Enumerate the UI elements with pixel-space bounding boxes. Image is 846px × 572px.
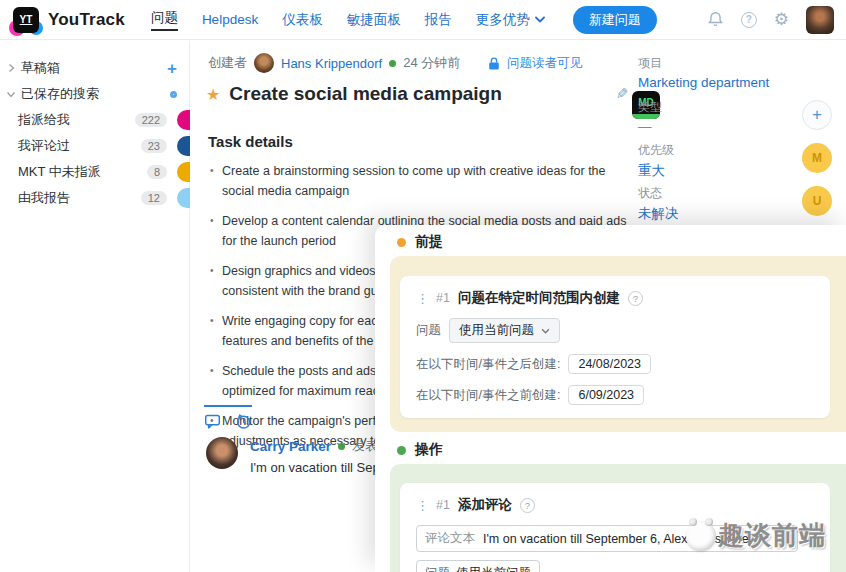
issue-meta-row: 创建者 Hans Krippendorf 24 分钟前 xyxy=(208,53,460,73)
brand-title: YouTrack xyxy=(48,10,125,30)
creator-label: 创建者 xyxy=(208,54,247,72)
field-project: 项目 Marketing department MD xyxy=(638,55,838,95)
gear-icon[interactable]: ⚙ xyxy=(774,11,789,28)
project-value-link[interactable]: Marketing department xyxy=(638,75,838,90)
sidebar-item-commented-by-me[interactable]: 我评论过 23 xyxy=(0,133,189,159)
issue-select-value: 使用当前问题 xyxy=(456,565,531,572)
premise-dot-icon xyxy=(397,238,406,247)
nav-item-dashboards[interactable]: 仪表板 xyxy=(282,11,323,29)
created-before-input[interactable]: 6/09/2023 xyxy=(568,385,644,405)
star-icon[interactable]: ★ xyxy=(206,85,220,104)
drag-handle-icon[interactable]: ⋮ xyxy=(416,499,428,512)
add-draft-icon[interactable]: + xyxy=(167,60,177,77)
sidebar-item-mkt-unassigned[interactable]: MKT 中未指派 8 xyxy=(0,159,189,185)
commenter-avatar[interactable] xyxy=(206,437,238,469)
nav-item-reports[interactable]: 报告 xyxy=(425,11,452,29)
drag-handle-icon[interactable]: ⋮ xyxy=(416,292,428,305)
rule-title: 添加评论 xyxy=(458,496,512,514)
sidebar-search-label: 我评论过 xyxy=(18,137,141,155)
creator-avatar[interactable] xyxy=(254,53,274,73)
help-icon[interactable]: ? xyxy=(741,12,757,28)
online-status-dot xyxy=(389,60,396,67)
chevron-right-icon xyxy=(6,63,16,73)
color-tag xyxy=(177,136,190,156)
count-badge: 8 xyxy=(147,165,167,179)
youtrack-logo[interactable]: YT xyxy=(12,6,40,34)
issue-select-label: 问题 xyxy=(416,322,441,339)
issue-title-row: ★ Create social media campaign ✎ ··· xyxy=(206,83,654,105)
issue-select-value: 使用当前问题 xyxy=(459,322,534,339)
details-heading: Task details xyxy=(208,133,293,150)
sidebar-item-saved-searches[interactable]: 已保存的搜索 xyxy=(0,81,189,107)
visibility-control[interactable]: 问题读者可见 xyxy=(487,55,582,72)
nav-item-issues[interactable]: 问题 xyxy=(151,9,178,31)
color-tag xyxy=(177,188,190,208)
comments-tab-icon[interactable] xyxy=(204,413,221,430)
count-badge: 222 xyxy=(135,113,167,127)
issue-select-label: 问题 xyxy=(425,565,450,572)
issue-select-dropdown[interactable]: 使用当前问题 xyxy=(449,318,560,343)
sidebar-search-label: MKT 中未指派 xyxy=(18,163,147,181)
issue-select-row: 问题 使用当前问题 xyxy=(416,560,814,572)
youtrack-app: YT YouTrack 问题 Helpdesk 仪表板 敏捷面板 报告 更多优势… xyxy=(0,0,846,572)
created-after-input[interactable]: 24/08/2023 xyxy=(568,354,651,374)
field-state: 状态 未解决 U xyxy=(638,185,838,225)
sidebar-search-label: 由我报告 xyxy=(18,189,141,207)
nav-item-agile-boards[interactable]: 敏捷面板 xyxy=(347,11,401,29)
top-navbar: YT YouTrack 问题 Helpdesk 仪表板 敏捷面板 报告 更多优势… xyxy=(0,0,846,40)
bell-icon[interactable] xyxy=(707,11,724,28)
sidebar-item-assigned-to-me[interactable]: 指派给我 222 xyxy=(0,107,189,133)
creator-name-link[interactable]: Hans Krippendorf xyxy=(281,56,382,71)
premise-header-label: 前提 xyxy=(415,233,443,251)
rule-number: #1 xyxy=(436,498,450,512)
sidebar-saved-searches-label: 已保存的搜索 xyxy=(21,85,170,103)
user-avatar[interactable] xyxy=(806,6,834,34)
chevron-down-icon xyxy=(535,16,545,23)
navbar-right-icons: ? ⚙ xyxy=(707,6,834,34)
add-field-icon[interactable]: + xyxy=(802,100,832,130)
sidebar-drafts-label: 草稿箱 xyxy=(21,59,167,77)
online-status-dot xyxy=(338,443,345,450)
action-dot-icon xyxy=(397,446,406,455)
count-badge: 23 xyxy=(141,139,167,153)
chevron-down-icon xyxy=(6,89,16,99)
premise-section-header: 前提 xyxy=(397,233,443,251)
state-badge[interactable]: U xyxy=(802,186,832,216)
history-tab-icon[interactable] xyxy=(235,413,252,430)
field-label: 项目 xyxy=(638,55,838,72)
field-priority: 优先级 重大 M xyxy=(638,142,838,182)
lock-icon xyxy=(487,56,501,71)
priority-badge[interactable]: M xyxy=(802,143,832,173)
action-section-header: 操作 xyxy=(397,441,443,459)
sidebar-item-reported-by-me[interactable]: 由我报告 12 xyxy=(0,185,189,211)
comment-text-label: 评论文本 xyxy=(425,530,475,547)
issue-select-box[interactable]: 问题 使用当前问题 xyxy=(416,560,540,572)
premise-rule-card: ⋮ #1 问题在特定时间范围内创建 ? 问题 使用当前问题 在以下时间/事件之后… xyxy=(400,276,830,418)
color-tag xyxy=(177,162,190,182)
help-icon[interactable]: ? xyxy=(628,291,643,306)
rule-header: ⋮ #1 添加评论 ? xyxy=(416,496,814,514)
list-item: Create a brainstorming session to come u… xyxy=(208,161,626,201)
color-tag xyxy=(177,110,190,130)
comment-author-link[interactable]: Carry Parker xyxy=(250,439,331,454)
issue-title: Create social media campaign xyxy=(229,83,501,105)
active-tab-indicator xyxy=(204,405,252,407)
nav-item-helpdesk[interactable]: Helpdesk xyxy=(202,12,258,27)
rule-title: 问题在特定时间范围内创建 xyxy=(458,289,620,307)
nav-item-more[interactable]: 更多优势 xyxy=(476,11,545,29)
created-time: 24 分钟前 xyxy=(403,54,460,72)
watermark: 趣谈前端 xyxy=(686,518,826,553)
edit-icon[interactable]: ✎ xyxy=(616,85,629,103)
action-header-label: 操作 xyxy=(415,441,443,459)
chevron-down-icon xyxy=(541,328,550,334)
help-icon[interactable]: ? xyxy=(520,498,535,513)
issue-fields-panel: 项目 Marketing department MD 类型 — + 优先级 重大… xyxy=(630,41,846,251)
watermark-logo-icon xyxy=(686,521,716,551)
created-before-row: 在以下时间/事件之前创建: 6/09/2023 xyxy=(416,385,814,405)
rule-header: ⋮ #1 问题在特定时间范围内创建 ? xyxy=(416,289,814,307)
saved-searches-settings-icon[interactable] xyxy=(170,91,177,98)
new-issue-button[interactable]: 新建问题 xyxy=(573,6,657,34)
left-sidebar: 草稿箱 + 已保存的搜索 指派给我 222 我评论过 23 MKT 中未指派 8… xyxy=(0,41,190,572)
rule-number: #1 xyxy=(436,291,450,305)
sidebar-item-drafts[interactable]: 草稿箱 + xyxy=(0,55,189,81)
